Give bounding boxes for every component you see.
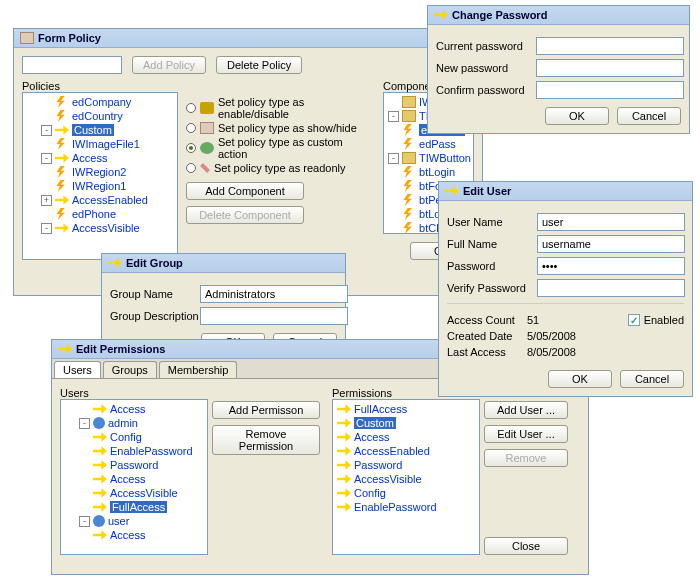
tree-item[interactable]: -AccessVisible [25,221,175,235]
expand-icon[interactable]: - [388,111,399,122]
expand-icon[interactable]: - [79,418,90,429]
tree-item[interactable]: AccessVisible [335,472,477,486]
close-button[interactable]: Close [484,537,568,555]
tree-item[interactable]: -Custom [25,123,175,137]
verify-password-input[interactable] [537,279,685,297]
full-name-input[interactable] [537,235,685,253]
delete-component-button[interactable]: Delete Component [186,206,304,224]
key-icon [93,529,107,541]
tree-item[interactable]: Custom [335,416,477,430]
change-password-cancel-button[interactable]: Cancel [617,107,681,125]
add-permission-button[interactable]: Add Permisson [212,401,320,419]
tree-item[interactable]: edCompany [25,95,175,109]
delete-policy-button[interactable]: Delete Policy [216,56,302,74]
key-icon [55,152,69,164]
bolt-icon [402,166,416,178]
key-icon [337,431,351,443]
tree-item[interactable]: btLogin [386,165,471,179]
users-tree[interactable]: Access-adminConfigEnablePasswordPassword… [60,399,208,555]
tab-users[interactable]: Users [54,361,101,378]
group-name-input[interactable] [200,285,348,303]
tree-item[interactable]: +AccessEnabled [25,193,175,207]
key-icon [93,487,107,499]
tree-item[interactable]: -admin [63,416,205,430]
bolt-icon [402,138,416,150]
tree-item[interactable]: edPass [386,137,471,151]
folder-icon [402,152,416,164]
radio-show-hide[interactable]: Set policy type as show/hide [186,122,375,134]
confirm-password-label: Confirm password [436,84,536,96]
tree-item[interactable]: Config [63,430,205,444]
tree-item[interactable]: IWRegion2 [25,165,175,179]
expand-icon[interactable]: - [41,125,52,136]
add-policy-button[interactable]: Add Policy [132,56,206,74]
change-password-ok-button[interactable]: OK [545,107,609,125]
tree-item[interactable]: Password [335,458,477,472]
bolt-icon [55,166,69,178]
group-desc-input[interactable] [200,307,348,325]
tree-item[interactable]: EnablePassword [63,444,205,458]
tree-item[interactable]: edPhone [25,207,175,221]
radio-enable-disable[interactable]: Set policy type as enable/disable [186,96,375,120]
tree-item[interactable]: IWImageFile1 [25,137,175,151]
new-password-input[interactable] [536,59,684,77]
remove-permission-button[interactable]: Remove Permission [212,425,320,455]
tree-item[interactable]: EnablePassword [335,500,477,514]
tree-item[interactable]: IWRegion1 [25,179,175,193]
tree-item-label: Access [72,152,107,164]
tree-item[interactable]: Access [63,472,205,486]
tree-item[interactable]: edCountry [25,109,175,123]
expand-icon[interactable]: + [41,195,52,206]
expand-icon[interactable]: - [41,153,52,164]
add-user-button[interactable]: Add User ... [484,401,568,419]
tree-item[interactable]: AccessVisible [63,486,205,500]
policy-name-input[interactable] [22,56,122,74]
remove-user-button[interactable]: Remove [484,449,568,467]
user-icon [93,515,105,527]
gear-icon [200,142,214,154]
tree-item-label: Access [110,403,145,415]
tree-item[interactable]: Access [63,402,205,416]
tree-item-label: edCountry [72,110,123,122]
change-password-window: Change Password Current password New pas… [427,5,690,134]
tree-item[interactable]: FullAccess [335,402,477,416]
tree-item[interactable]: AccessEnabled [335,444,477,458]
tree-item-label: Custom [354,417,396,429]
edit-user-button[interactable]: Edit User ... [484,425,568,443]
radio-readonly[interactable]: Set policy type as readonly [186,162,375,174]
tree-item[interactable]: Access [335,430,477,444]
permissions-tree[interactable]: FullAccessCustomAccessAccessEnabledPassw… [332,399,480,555]
tab-groups[interactable]: Groups [103,361,157,378]
tree-item-label: user [108,515,129,527]
password-input[interactable] [537,257,685,275]
policies-tree[interactable]: edCompanyedCountry-CustomIWImageFile1-Ac… [22,92,178,260]
tree-item[interactable]: FullAccess [63,500,205,514]
expand-icon[interactable]: - [388,153,399,164]
tree-item-label: AccessEnabled [72,194,148,206]
current-password-input[interactable] [536,37,684,55]
bolt-icon [55,110,69,122]
add-component-button[interactable]: Add Component [186,182,304,200]
tree-item[interactable]: Password [63,458,205,472]
user-name-input[interactable] [537,213,685,231]
tree-item[interactable]: -Access [25,151,175,165]
expand-icon[interactable]: - [79,516,90,527]
enabled-checkbox[interactable]: ✓ [628,314,640,326]
bolt-icon [55,180,69,192]
tree-item[interactable]: Access [63,528,205,542]
key-icon [337,487,351,499]
key-icon [93,445,107,457]
tree-item[interactable]: Config [335,486,477,500]
radio-custom-action[interactable]: Set policy type as custom action [186,136,375,160]
edit-group-title: Edit Group [126,257,183,269]
confirm-password-input[interactable] [536,81,684,99]
tree-item[interactable]: -TIWButton [386,151,471,165]
expand-icon[interactable]: - [41,223,52,234]
edit-user-ok-button[interactable]: OK [548,370,612,388]
last-access-label: Last Access [447,346,527,358]
change-password-titlebar: Change Password [428,6,689,25]
tree-item[interactable]: -user [63,514,205,528]
edit-user-cancel-button[interactable]: Cancel [620,370,684,388]
lock-icon [200,102,214,114]
tab-membership[interactable]: Membership [159,361,238,378]
